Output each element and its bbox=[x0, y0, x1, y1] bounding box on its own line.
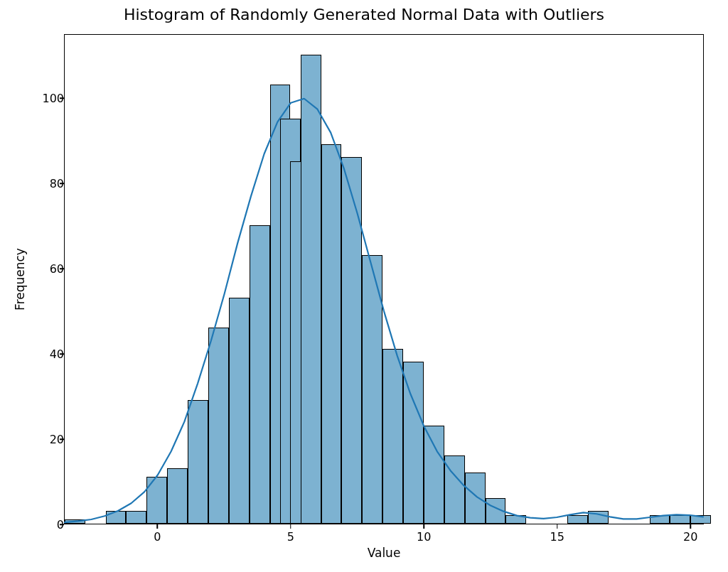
chart-title: Histogram of Randomly Generated Normal D… bbox=[0, 6, 728, 23]
y-tick-mark bbox=[60, 524, 64, 525]
x-tick-mark bbox=[290, 524, 291, 529]
x-tick-mark bbox=[557, 524, 558, 529]
kde-overlay bbox=[65, 35, 703, 524]
y-tick-mark bbox=[60, 97, 64, 99]
y-axis-label: Frequency bbox=[13, 34, 27, 524]
x-tick-mark bbox=[157, 524, 159, 529]
x-tick-mark bbox=[424, 524, 425, 529]
y-tick-mark bbox=[60, 438, 64, 440]
y-tick-mark bbox=[60, 268, 64, 269]
x-axis-label: Value bbox=[64, 546, 704, 560]
x-tick-mark bbox=[690, 524, 692, 529]
y-tick-mark bbox=[60, 353, 64, 355]
y-tick-mark bbox=[60, 183, 64, 184]
plot-area bbox=[64, 34, 704, 524]
kde-curve bbox=[65, 99, 703, 522]
chart-figure: Histogram of Randomly Generated Normal D… bbox=[0, 0, 728, 572]
